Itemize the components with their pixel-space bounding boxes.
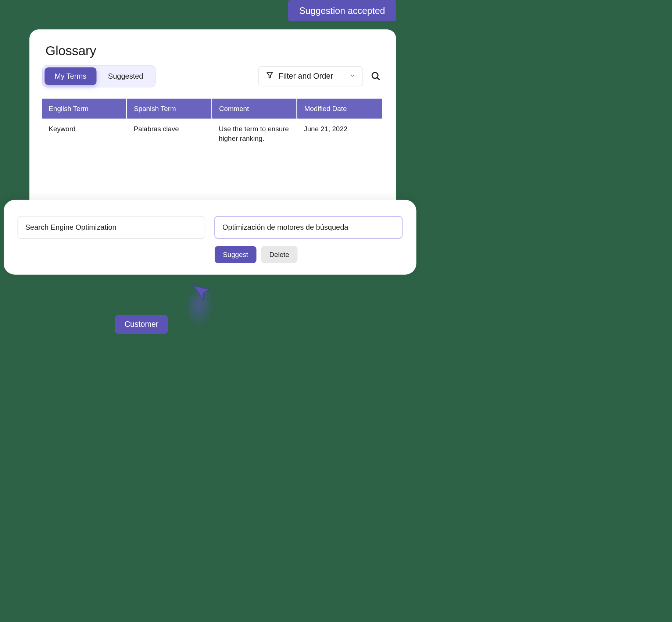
cell-spanish: Palabras clave	[127, 119, 212, 149]
controls-row: My Terms Suggested Filter and Order	[42, 65, 382, 87]
table-header: English Term Spanish Term Comment Modifi…	[42, 99, 382, 119]
inputs-row	[18, 216, 403, 239]
page-title: Glossary	[46, 43, 392, 58]
col-comment: Comment	[212, 99, 297, 119]
cell-english: Keyword	[42, 119, 127, 149]
toast-notification: Suggestion accepted	[288, 0, 396, 21]
source-term-input[interactable]	[18, 216, 205, 239]
col-modified: Modified Date	[298, 99, 382, 119]
suggest-button[interactable]: Suggest	[215, 246, 257, 263]
chevron-down-icon	[349, 72, 356, 81]
collaborator-label: Customer	[115, 315, 168, 334]
glossary-table: English Term Spanish Term Comment Modifi…	[42, 99, 382, 149]
toast-message: Suggestion accepted	[299, 6, 385, 16]
delete-button[interactable]: Delete	[261, 246, 297, 263]
filter-order-button[interactable]: Filter and Order	[258, 66, 363, 86]
search-button[interactable]	[369, 69, 383, 83]
filter-icon	[265, 71, 274, 81]
tab-my-terms[interactable]: My Terms	[44, 67, 96, 85]
tab-suggested[interactable]: Suggested	[98, 67, 153, 85]
target-term-input[interactable]	[214, 216, 403, 239]
glossary-card: Glossary My Terms Suggested Filter and O…	[29, 29, 396, 213]
cell-comment: Use the term to ensure higher ranking.	[212, 119, 297, 149]
buttons-row: Suggest Delete	[215, 246, 403, 263]
tabs-group: My Terms Suggested	[42, 65, 156, 87]
col-english: English Term	[42, 99, 127, 119]
svg-line-1	[377, 78, 379, 79]
cell-modified: June 21, 2022	[297, 119, 382, 149]
search-icon	[371, 78, 381, 82]
col-spanish: Spanish Term	[128, 99, 212, 119]
filter-label: Filter and Order	[278, 72, 333, 81]
collaborator-cursor	[179, 279, 216, 318]
table-row[interactable]: Keyword Palabras clave Use the term to e…	[42, 119, 382, 149]
collaborator-name: Customer	[125, 320, 158, 329]
cursor-trail	[189, 296, 214, 328]
suggestion-panel: Suggest Delete	[4, 200, 417, 275]
right-controls: Filter and Order	[258, 66, 382, 86]
